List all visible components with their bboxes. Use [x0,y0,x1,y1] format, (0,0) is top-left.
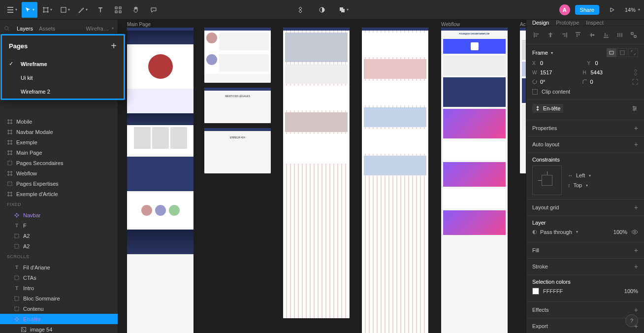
effects-section[interactable]: Effects+ [526,302,644,318]
layer-item[interactable]: Bloc Sommaire [0,293,118,303]
align-top-button[interactable] [573,29,583,41]
user-avatar[interactable]: A [559,4,570,15]
artboard[interactable] [127,28,193,333]
align-bottom-button[interactable] [601,29,612,41]
add-grid-button[interactable]: + [634,203,638,211]
boolean-button[interactable]: ▾ [336,2,352,18]
stroke-section[interactable]: Stroke+ [526,259,644,275]
layer-item[interactable]: Main Page [0,147,118,158]
y-input[interactable]: Y0 [587,60,639,66]
color-opacity[interactable]: 100% [624,288,638,294]
pen-tool-button[interactable]: ▾ [75,2,91,18]
layer-item[interactable]: Navbar Modale [0,127,118,137]
instance-selector[interactable]: En-tête [532,104,563,113]
search-icon[interactable] [4,26,11,32]
rotation-input[interactable]: 0° [532,79,579,85]
width-input[interactable]: W1517 [532,69,579,76]
add-fill-button[interactable]: + [634,246,638,254]
clip-content-checkbox[interactable]: Clip content [532,88,638,96]
main-menu-button[interactable]: ▾ [4,2,20,18]
height-input[interactable]: H5443 [583,69,630,76]
layer-item[interactable]: image 54 [0,324,118,333]
artboard[interactable]: LES ARTICLES D'AVALENCE [520,28,526,173]
link-dimensions-icon[interactable] [633,69,638,76]
color-hex[interactable]: FFFFFF [543,288,563,294]
add-stroke-button[interactable]: + [634,263,638,270]
zoom-dropdown[interactable]: 14%▾ [625,7,640,13]
frame-tool-button[interactable]: ▾ [39,2,55,18]
page-row[interactable]: Ui kit [2,71,124,85]
artboard[interactable] [204,28,271,83]
fill-section[interactable]: Fill+ [526,242,644,259]
radius-input[interactable]: 0 [582,79,629,85]
layer-item[interactable]: A2 [0,231,118,241]
shape-tool-button[interactable]: ▾ [57,2,73,18]
component-button[interactable] [292,2,308,18]
independent-corners-icon[interactable] [632,79,638,85]
align-left-button[interactable] [531,29,542,41]
align-vcenter-button[interactable] [587,29,598,41]
inspect-tab[interactable]: Inspect [586,20,603,26]
page-row[interactable]: Wireframe 2 [2,85,124,99]
autolayout-section[interactable]: Auto layout+ [526,136,644,153]
instance-options-icon[interactable] [631,105,638,112]
page-selector[interactable]: Wirefra… ▾ [86,26,114,32]
canvas[interactable]: Main Page Webflow Accueil Blog [118,20,526,333]
move-tool-button[interactable]: ▾ [22,2,37,18]
add-effect-button[interactable]: + [634,306,638,314]
blend-mode-select[interactable]: ◐Pass through▾ [532,229,610,235]
resize-to-fit-button[interactable] [628,48,638,57]
mask-button[interactable] [314,2,330,18]
layer-item[interactable]: En-tête [0,314,118,324]
layer-item[interactable]: Contenu [0,303,118,314]
add-property-button[interactable]: + [634,124,638,132]
layers-tab[interactable]: Layers [17,26,33,32]
layer-item[interactable]: TIntro [0,283,118,293]
frame-mode-2[interactable] [617,48,627,57]
assets-tab[interactable]: Assets [39,26,55,32]
layer-item[interactable]: Exemple d'Article [0,189,118,199]
add-page-button[interactable]: + [111,40,117,52]
artboard[interactable]: MENTIONS LÉGALES [204,88,271,123]
constraints-diagram[interactable] [532,166,562,195]
layer-item[interactable]: Pages Secondaires [0,158,118,168]
constraint-v-select[interactable]: ↕Top▾ [568,182,638,188]
tidy-up-button[interactable] [614,29,625,41]
color-swatch[interactable] [532,288,539,295]
comment-tool-button[interactable] [146,2,161,18]
text-tool-button[interactable] [93,2,108,18]
design-tab[interactable]: Design [532,20,549,26]
artboard[interactable] [283,28,350,318]
resources-button[interactable] [110,2,126,18]
help-button[interactable]: ? [625,314,638,327]
align-right-button[interactable] [559,29,570,41]
artboard[interactable] [362,28,428,333]
distribute-button[interactable] [628,29,639,41]
hand-tool-button[interactable] [128,2,144,18]
page-row[interactable]: ✓Wireframe [2,57,124,71]
layer-item[interactable]: CTAs [0,272,118,283]
x-input[interactable]: X0 [532,60,583,66]
frame-mode-1[interactable] [607,48,616,57]
layer-item[interactable]: A2 [0,241,118,251]
add-autolayout-button[interactable]: + [634,140,638,148]
properties-section[interactable]: Properties+ [526,120,644,136]
artboard[interactable]: POURQUOI CHOISIR WEBFLOW [441,28,508,333]
layout-grid-section[interactable]: Layout grid+ [526,200,644,216]
artboard[interactable]: ERREUR 404 [204,128,271,173]
prototype-tab[interactable]: Prototype [556,20,579,26]
align-hcenter-button[interactable] [545,29,556,41]
present-button[interactable] [604,2,620,18]
share-button[interactable]: Share [575,5,599,15]
layer-item[interactable]: TFil d'Ariane [0,262,118,272]
layer-item[interactable]: Pages Expertises [0,178,118,189]
layer-item[interactable]: Webflow [0,168,118,178]
constraint-h-select[interactable]: ↔Left▾ [568,172,638,178]
visibility-icon[interactable] [631,230,638,234]
layer-item[interactable]: Mobile [0,116,118,127]
layer-item[interactable]: Navbar [0,210,118,220]
opacity-input[interactable]: 100% [613,229,627,235]
layer-item[interactable]: Exemple [0,137,118,147]
layer-item[interactable]: TF [0,220,118,231]
layer-label: Exemple [16,139,37,145]
